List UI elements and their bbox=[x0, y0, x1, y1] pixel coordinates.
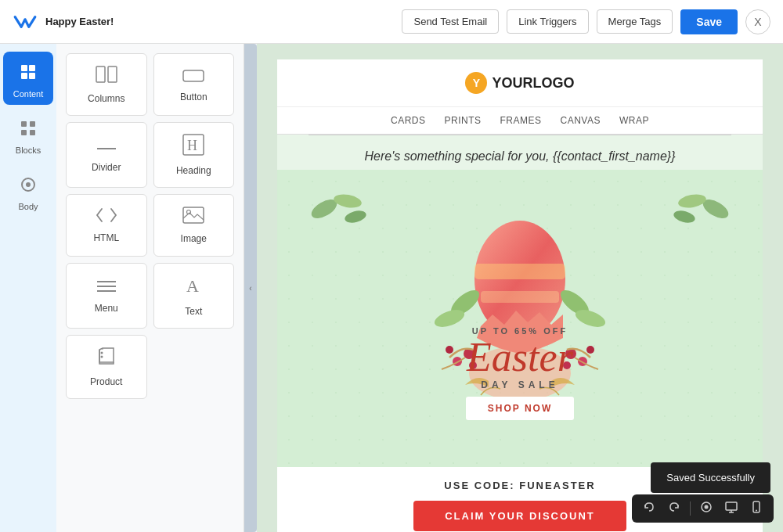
close-button[interactable]: X bbox=[745, 9, 770, 34]
nav-canvas[interactable]: CANVAS bbox=[561, 115, 601, 126]
svg-point-47 bbox=[705, 505, 709, 509]
send-test-email-button[interactable]: Send Test Email bbox=[402, 9, 499, 34]
columns-label: Columns bbox=[88, 93, 124, 104]
main-layout: Content Blocks Body bbox=[0, 44, 783, 532]
sidebar-item-body[interactable]: Body bbox=[3, 164, 53, 217]
sale-text-container: UP TO 65% OFF Easter DAY SALE SHOP NOW bbox=[410, 326, 630, 420]
svg-rect-10 bbox=[96, 66, 105, 82]
email-logo: Y YOURLOGO bbox=[465, 72, 574, 94]
content-icon bbox=[14, 58, 42, 86]
sidebar-icons: Content Blocks Body bbox=[0, 44, 56, 532]
component-text[interactable]: A Text bbox=[153, 263, 235, 329]
bottom-toolbar bbox=[632, 494, 774, 523]
svg-rect-11 bbox=[108, 66, 117, 82]
svg-rect-7 bbox=[30, 130, 35, 135]
component-columns[interactable]: Columns bbox=[66, 53, 147, 116]
header-left: Happy Easter! bbox=[13, 9, 114, 34]
svg-text:H: H bbox=[187, 138, 197, 153]
component-product[interactable]: Product bbox=[66, 335, 147, 399]
desktop-view-button[interactable] bbox=[722, 499, 741, 518]
svg-rect-0 bbox=[21, 65, 27, 71]
product-icon bbox=[96, 347, 117, 372]
svg-text:A: A bbox=[186, 276, 199, 296]
product-label: Product bbox=[90, 376, 122, 387]
sale-subtitle: DAY SALE bbox=[410, 379, 630, 390]
shop-now-button[interactable]: SHOP NOW bbox=[466, 397, 574, 420]
email-preview: Y YOURLOGO CARDS PRINTS FRAMES CANVAS WR… bbox=[277, 59, 763, 516]
mobile-view-button[interactable] bbox=[747, 499, 766, 518]
svg-point-9 bbox=[26, 182, 31, 187]
blocks-label: Blocks bbox=[16, 146, 41, 155]
toast-notification: Saved Successfully bbox=[651, 462, 770, 493]
button-label: Button bbox=[180, 92, 207, 102]
svg-rect-6 bbox=[21, 130, 27, 135]
component-grid: Columns Button Divider bbox=[66, 53, 234, 399]
body-icon bbox=[14, 171, 42, 199]
heading-icon: H bbox=[182, 134, 204, 160]
columns-icon bbox=[96, 65, 117, 88]
component-heading[interactable]: H Heading bbox=[153, 122, 235, 188]
save-button[interactable]: Save bbox=[680, 9, 738, 34]
svg-rect-1 bbox=[29, 65, 35, 71]
svg-point-26 bbox=[344, 209, 368, 225]
app-logo-icon bbox=[13, 9, 38, 34]
body-label: Body bbox=[18, 202, 38, 211]
toast-message: Saved Successfully bbox=[666, 472, 755, 483]
image-label: Image bbox=[181, 233, 207, 244]
text-icon: A bbox=[182, 275, 204, 301]
svg-point-25 bbox=[333, 192, 363, 210]
html-label: HTML bbox=[93, 232, 119, 243]
logo-circle: Y bbox=[465, 72, 487, 94]
component-button[interactable]: Button bbox=[153, 53, 235, 116]
link-triggers-button[interactable]: Link Triggers bbox=[507, 9, 588, 34]
svg-rect-48 bbox=[726, 502, 737, 510]
toolbar-divider-1 bbox=[690, 501, 691, 516]
email-nav: CARDS PRINTS FRAMES CANVAS WRAP bbox=[277, 107, 763, 135]
nav-prints[interactable]: PRINTS bbox=[445, 115, 482, 126]
nav-cards[interactable]: CARDS bbox=[391, 115, 426, 126]
leaves-top-left bbox=[309, 185, 371, 232]
svg-point-29 bbox=[673, 209, 697, 225]
preview-button[interactable] bbox=[697, 499, 716, 518]
menu-label: Menu bbox=[95, 303, 118, 314]
button-icon bbox=[182, 66, 204, 87]
header: Happy Easter! Send Test Email Link Trigg… bbox=[0, 0, 783, 44]
divider-label: Divider bbox=[92, 162, 121, 173]
component-menu[interactable]: Menu bbox=[66, 263, 147, 329]
sale-title: Easter bbox=[410, 337, 630, 378]
svg-rect-2 bbox=[21, 73, 27, 79]
email-logo-bar: Y YOURLOGO bbox=[277, 59, 763, 107]
svg-rect-12 bbox=[183, 70, 204, 81]
email-greeting: Here's something special for you, {{cont… bbox=[277, 135, 763, 170]
image-icon bbox=[182, 207, 204, 228]
nav-wrap[interactable]: WRAP bbox=[619, 115, 649, 126]
heading-label: Heading bbox=[176, 165, 211, 176]
sidebar-item-blocks[interactable]: Blocks bbox=[3, 108, 53, 161]
html-icon bbox=[96, 207, 117, 228]
merge-tags-button[interactable]: Merge Tags bbox=[597, 9, 673, 34]
component-image[interactable]: Image bbox=[153, 194, 235, 257]
svg-point-52 bbox=[756, 510, 757, 512]
component-divider[interactable]: Divider bbox=[66, 122, 147, 188]
nav-frames[interactable]: FRAMES bbox=[500, 115, 542, 126]
svg-rect-33 bbox=[481, 291, 559, 303]
svg-rect-4 bbox=[21, 121, 27, 127]
menu-icon bbox=[96, 278, 117, 298]
svg-rect-32 bbox=[474, 264, 565, 279]
sidebar-item-content[interactable]: Content bbox=[3, 52, 53, 105]
email-hero: UP TO 65% OFF Easter DAY SALE SHOP NOW bbox=[277, 170, 763, 467]
logo-text: YOURLOGO bbox=[492, 75, 574, 92]
content-label: Content bbox=[13, 89, 44, 99]
svg-point-28 bbox=[677, 192, 707, 210]
panel-collapse-handle[interactable]: ‹ bbox=[244, 44, 257, 532]
svg-point-23 bbox=[100, 356, 103, 358]
blocks-icon bbox=[14, 114, 42, 142]
text-label: Text bbox=[185, 306, 202, 317]
component-html[interactable]: HTML bbox=[66, 194, 147, 257]
claim-discount-button[interactable]: CLAIM YOUR DISCOUNT bbox=[413, 501, 626, 531]
preview-area: Y YOURLOGO CARDS PRINTS FRAMES CANVAS WR… bbox=[257, 44, 783, 532]
redo-button[interactable] bbox=[665, 499, 684, 518]
undo-button[interactable] bbox=[640, 499, 659, 518]
leaves-top-right bbox=[669, 185, 731, 232]
app-title: Happy Easter! bbox=[45, 16, 114, 28]
